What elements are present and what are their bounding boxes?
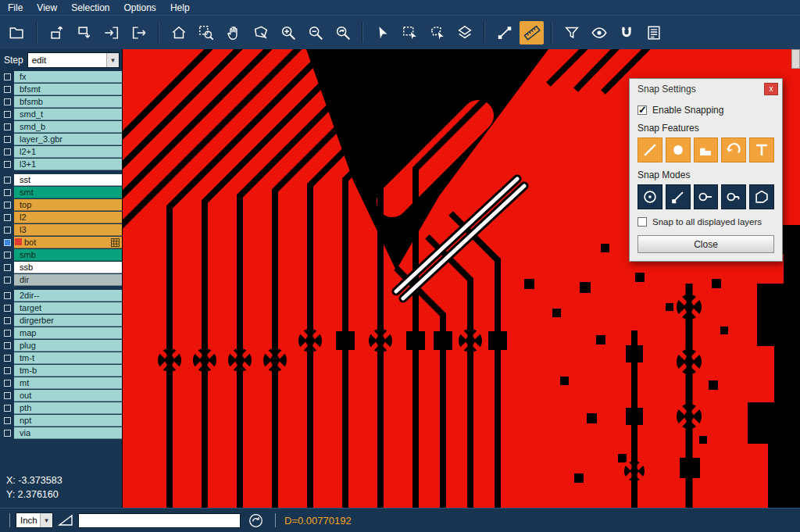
layer-label[interactable]: l3+1 (14, 159, 122, 170)
close-icon[interactable]: x (764, 83, 778, 95)
layer-label[interactable]: map (14, 327, 122, 339)
layer-label[interactable]: bfsmt (14, 84, 122, 95)
layer-row-plug[interactable]: plug (0, 339, 122, 352)
layer-checkbox[interactable] (4, 123, 11, 130)
unit-select[interactable]: Inch ▾ (16, 512, 53, 528)
layer-label[interactable]: bot (14, 237, 122, 248)
select-polygon-icon[interactable] (425, 21, 449, 45)
home-view-icon[interactable] (166, 21, 191, 45)
layer-row-bot[interactable]: bot (0, 236, 122, 248)
pan-hand-icon[interactable] (221, 21, 245, 45)
layer-checkbox[interactable] (4, 292, 11, 299)
layer-label[interactable]: target (14, 302, 122, 314)
layer-row-dirgerber[interactable]: dirgerber (0, 314, 122, 327)
layer-row-ssb[interactable]: ssb (0, 261, 122, 273)
layer-checkbox[interactable] (4, 111, 11, 118)
pcb-canvas[interactable]: Snap Settings x Enable Snapping Snap Fea… (122, 49, 800, 508)
layer-row-2dir--[interactable]: 2dir-- (0, 289, 122, 302)
view-eye-icon[interactable] (587, 21, 611, 45)
chevron-down-icon[interactable]: ▾ (106, 53, 119, 67)
export-right-icon[interactable] (127, 21, 151, 45)
polygon-draw-icon[interactable] (248, 21, 273, 45)
layer-label[interactable]: tm-b (14, 365, 122, 377)
snap-pad-icon[interactable] (666, 137, 691, 162)
menu-view[interactable]: View (35, 2, 65, 13)
layer-checkbox[interactable] (4, 86, 11, 93)
layer-label[interactable]: mt (14, 377, 122, 389)
import-left-icon[interactable] (99, 21, 123, 45)
measure-input[interactable] (78, 513, 241, 528)
layers-diamond-icon[interactable] (452, 21, 477, 45)
layer-checkbox[interactable] (4, 214, 11, 221)
layer-row-top[interactable]: top (0, 198, 122, 211)
open-folder-icon[interactable] (5, 21, 29, 45)
layer-label[interactable]: top (14, 199, 122, 211)
zoom-in-icon[interactable] (276, 21, 300, 45)
menu-file[interactable]: File (6, 2, 30, 13)
layer-row-npt[interactable]: npt (0, 414, 122, 427)
layer-row-pth[interactable]: pth (0, 402, 122, 414)
enable-snapping-checkbox[interactable] (638, 105, 647, 115)
menu-help[interactable]: Help (169, 2, 198, 13)
layer-checkbox[interactable] (4, 277, 11, 284)
layer-row-l2+1[interactable]: l2+1 (0, 145, 122, 158)
layer-label[interactable]: out (14, 390, 122, 402)
layer-checkbox[interactable] (4, 136, 11, 143)
import-step-down-icon[interactable] (72, 21, 96, 45)
protractor-icon[interactable] (58, 514, 73, 527)
layer-checkbox[interactable] (4, 330, 11, 337)
select-window-icon[interactable] (398, 21, 422, 45)
snap-text-icon[interactable] (749, 137, 774, 162)
close-button[interactable]: Close (638, 235, 774, 253)
layer-checkbox[interactable] (4, 98, 11, 105)
layer-checkbox[interactable] (4, 177, 11, 184)
layer-checkbox[interactable] (4, 189, 11, 196)
layer-label[interactable]: smd_t (14, 109, 122, 120)
mode-center-icon[interactable] (638, 184, 662, 209)
layer-checkbox[interactable] (4, 305, 11, 312)
step-select[interactable]: edit ▾ (27, 52, 120, 68)
layer-checkbox[interactable] (4, 264, 11, 271)
layer-label[interactable]: tm-t (14, 352, 122, 364)
layer-row-mt[interactable]: mt (0, 377, 122, 389)
layer-checkbox[interactable] (4, 417, 11, 424)
layer-checkbox[interactable] (4, 161, 11, 168)
layer-checkbox[interactable] (4, 239, 11, 246)
snap-all-layers-row[interactable]: Snap to all displayed layers (638, 217, 774, 227)
zoom-out-icon[interactable] (303, 21, 327, 45)
layer-checkbox[interactable] (4, 227, 11, 234)
enable-snapping-row[interactable]: Enable Snapping (638, 105, 774, 116)
layer-label[interactable]: fx (14, 71, 122, 83)
export-step-up-icon[interactable] (45, 21, 69, 45)
layer-checkbox[interactable] (4, 355, 11, 362)
snap-line-icon[interactable] (638, 137, 662, 162)
layer-row-smb[interactable]: smb (0, 248, 122, 261)
layer-row-smt[interactable]: smt (0, 186, 122, 198)
menu-selection[interactable]: Selection (70, 2, 117, 13)
layer-row-fx[interactable]: fx (0, 70, 122, 83)
layer-row-out[interactable]: out (0, 389, 122, 402)
mode-point-icon[interactable] (666, 184, 691, 209)
layer-checkbox[interactable] (4, 380, 11, 387)
layer-label[interactable]: smb (14, 249, 122, 261)
layer-row-via[interactable]: via (0, 427, 122, 439)
layer-checkbox[interactable] (4, 317, 11, 324)
chevron-down-icon[interactable]: ▾ (40, 513, 52, 527)
layer-label[interactable]: bfsmb (14, 96, 122, 108)
layer-label[interactable]: l2 (14, 212, 122, 223)
layer-label[interactable]: pth (14, 402, 122, 414)
layer-row-dir[interactable]: dir (0, 273, 122, 286)
layer-label[interactable]: l3 (14, 224, 122, 236)
layer-label[interactable]: l2+1 (14, 146, 122, 158)
layer-label[interactable]: ssb (14, 262, 122, 273)
snap-dialog-titlebar[interactable]: Snap Settings x (630, 79, 782, 98)
mode-key-open-icon[interactable] (694, 184, 719, 209)
snap-arc-icon[interactable] (721, 137, 746, 162)
layer-label[interactable]: sst (14, 174, 122, 186)
layer-checkbox[interactable] (4, 405, 11, 412)
mode-key-closed-icon[interactable] (721, 184, 746, 209)
mode-outline-icon[interactable] (749, 184, 774, 209)
layer-row-bfsmb[interactable]: bfsmb (0, 95, 122, 108)
snap-magnet-icon[interactable] (614, 21, 638, 45)
layer-row-tm-b[interactable]: tm-b (0, 364, 122, 377)
